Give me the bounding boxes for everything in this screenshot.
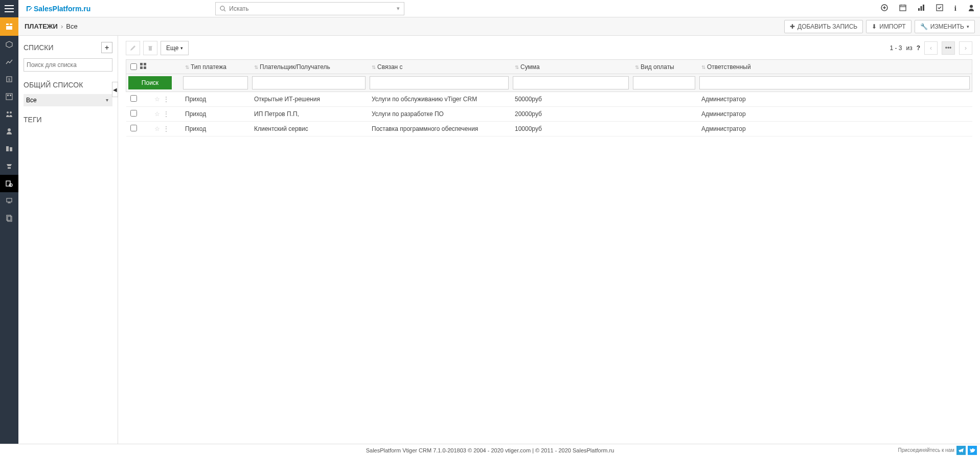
footer-text: SalesPlatform Vtiger CRM 7.1.0-201803 © … — [366, 447, 614, 453]
rail-item-11[interactable] — [0, 210, 18, 227]
content-area: Еще ▾ 1 - 3 из ? ‹ ••• › ⇅Тип платежа ⇅П… — [118, 36, 980, 444]
svg-rect-26 — [10, 147, 12, 151]
plus-icon: ✚ — [790, 23, 795, 30]
cell-payer[interactable]: Открытые ИТ-решения — [250, 92, 368, 107]
pagination: 1 - 3 из ? ‹ ••• › — [890, 41, 972, 55]
search-payer-input[interactable] — [252, 76, 366, 89]
tasks-icon[interactable] — [936, 4, 943, 13]
pencil-icon — [130, 45, 136, 51]
breadcrumb-module[interactable]: ПЛАТЕЖИ — [25, 22, 58, 30]
table-row[interactable]: ☆ ⋮ Приход ИП Петров П.П, Услуги по разр… — [126, 107, 972, 122]
row-checkbox[interactable] — [130, 110, 137, 117]
svg-rect-13 — [920, 6, 922, 11]
svg-point-3 — [220, 6, 224, 10]
cell-related[interactable]: Услуги по обслуживанию vTiger CRM — [368, 92, 511, 107]
row-checkbox[interactable] — [130, 125, 137, 131]
row-menu-icon[interactable]: ⋮ — [163, 96, 169, 103]
row-menu-icon[interactable]: ⋮ — [163, 125, 169, 132]
search-type-input[interactable] — [183, 76, 248, 89]
twitter-icon[interactable] — [968, 446, 977, 455]
cell-responsible: Администратор — [697, 92, 972, 107]
search-related-input[interactable] — [370, 76, 509, 89]
svg-rect-30 — [7, 198, 12, 202]
rail-item-2[interactable] — [0, 53, 18, 71]
global-search[interactable]: ▾ — [215, 2, 404, 15]
col-header-type[interactable]: ⇅Тип платежа — [181, 60, 250, 74]
search-button[interactable]: Поиск — [128, 76, 172, 89]
svg-rect-20 — [7, 95, 9, 96]
top-header: SalesPlatform.ru ▾ i — [0, 0, 980, 17]
action-buttons: ✚ ДОБАВИТЬ ЗАПИСЬ ⬇ ИМПОРТ 🔧 ИЗМЕНИТЬ ▾ — [784, 20, 975, 33]
row-checkbox[interactable] — [130, 95, 137, 102]
prev-page-button[interactable]: ‹ — [924, 41, 938, 55]
cell-responsible: Администратор — [697, 107, 972, 122]
svg-rect-1 — [5, 8, 14, 9]
add-record-button[interactable]: ✚ ДОБАВИТЬ ЗАПИСЬ — [784, 20, 863, 33]
search-paymethod-input[interactable] — [633, 76, 695, 89]
global-search-input[interactable] — [229, 5, 397, 12]
cell-type: Приход — [181, 122, 250, 136]
cell-type: Приход — [181, 92, 250, 107]
rail-item-payments[interactable]: € — [0, 175, 18, 192]
select-all-checkbox[interactable] — [130, 63, 137, 70]
collapse-panel-button[interactable]: ◀ — [112, 82, 118, 97]
rail-item-3[interactable]: $ — [0, 71, 18, 88]
cell-related[interactable]: Поставка программного обеспечения — [368, 122, 511, 136]
svg-point-22 — [7, 111, 9, 113]
reports-icon[interactable] — [918, 4, 925, 13]
top-icons: i — [881, 4, 975, 13]
rail-item-5[interactable] — [0, 105, 18, 123]
rail-item-6[interactable] — [0, 123, 18, 140]
footer: SalesPlatform Vtiger CRM 7.1.0-201803 © … — [0, 444, 980, 456]
cell-related[interactable]: Услуги по разработке ПО — [368, 107, 511, 122]
customize-button[interactable]: 🔧 ИЗМЕНИТЬ ▾ — [915, 20, 975, 33]
list-toolbar: Еще ▾ 1 - 3 из ? ‹ ••• › — [126, 41, 972, 55]
import-button[interactable]: ⬇ ИМПОРТ — [866, 20, 911, 33]
more-button[interactable]: Еще ▾ — [161, 41, 189, 55]
delete-button[interactable] — [143, 41, 157, 55]
logo[interactable]: SalesPlatform.ru — [26, 5, 90, 13]
cell-payer[interactable]: ИП Петров П.П, — [250, 107, 368, 122]
user-icon[interactable] — [968, 4, 975, 13]
next-page-button[interactable]: › — [959, 41, 972, 55]
search-amount-input[interactable] — [513, 76, 629, 89]
col-header-related[interactable]: ⇅Связан с — [368, 60, 511, 74]
col-header-amount[interactable]: ⇅Сумма — [511, 60, 631, 74]
svg-point-23 — [10, 111, 12, 113]
rail-item-7[interactable] — [0, 140, 18, 157]
edit-button[interactable] — [126, 41, 140, 55]
add-list-button[interactable]: + — [101, 42, 112, 53]
grid-view-icon[interactable] — [140, 63, 146, 71]
chevron-down-icon: ▾ — [967, 24, 969, 29]
calendar-icon[interactable] — [899, 4, 906, 13]
rail-item-1[interactable] — [0, 36, 18, 53]
rail-item-4[interactable] — [0, 88, 18, 105]
common-list-select[interactable]: Все — [24, 94, 112, 106]
search-dropdown-icon[interactable]: ▾ — [397, 5, 400, 12]
col-header-payer[interactable]: ⇅Плательщик/Получатель — [250, 60, 368, 74]
table-row[interactable]: ☆ ⋮ Приход Открытые ИТ-решения Услуги по… — [126, 92, 972, 107]
star-icon[interactable]: ☆ — [154, 96, 160, 103]
rail-item-8[interactable] — [0, 157, 18, 175]
col-header-responsible[interactable]: ⇅Ответственный — [697, 60, 972, 74]
svg-rect-0 — [5, 5, 14, 6]
info-icon[interactable]: i — [954, 4, 956, 13]
rail-item-10[interactable] — [0, 192, 18, 210]
star-icon[interactable]: ☆ — [154, 110, 160, 118]
telegram-icon[interactable] — [956, 446, 966, 455]
svg-rect-25 — [6, 146, 9, 151]
quick-create-icon[interactable] — [881, 4, 888, 13]
list-search-input[interactable] — [24, 58, 112, 72]
row-menu-icon[interactable]: ⋮ — [163, 110, 169, 118]
icon-rail: $ € — [0, 36, 18, 444]
module-bar: ПЛАТЕЖИ › Все ✚ ДОБАВИТЬ ЗАПИСЬ ⬇ ИМПОРТ… — [0, 17, 980, 36]
page-count-button[interactable]: ••• — [942, 41, 955, 55]
hamburger-menu[interactable] — [0, 0, 18, 17]
svg-rect-19 — [6, 94, 12, 100]
star-icon[interactable]: ☆ — [154, 125, 160, 132]
search-responsible-input[interactable] — [699, 76, 970, 89]
col-header-paymethod[interactable]: ⇅Вид оплаты — [631, 60, 697, 74]
svg-point-24 — [8, 128, 11, 131]
table-row[interactable]: ☆ ⋮ Приход Клиентский сервис Поставка пр… — [126, 122, 972, 136]
cell-payer[interactable]: Клиентский сервис — [250, 122, 368, 136]
